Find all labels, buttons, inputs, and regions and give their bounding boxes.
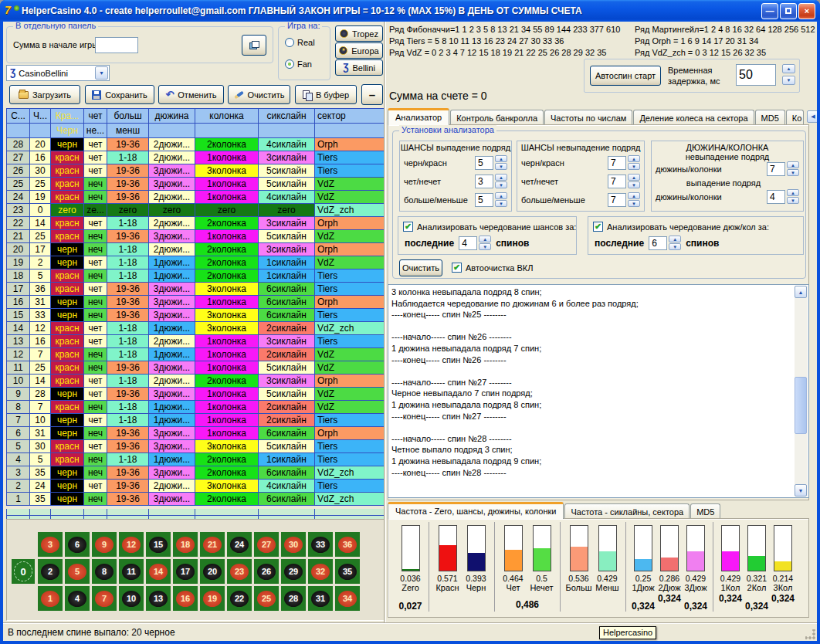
panel-icon [249,41,259,49]
tab-number-frequencies[interactable]: Частоты по числам [544,110,632,125]
spinner[interactable]: 7▲▼ [608,155,640,170]
roulette-number-8[interactable]: 8 [92,559,117,584]
roulette-number-23[interactable]: 23 [227,559,252,584]
scroll-down-icon[interactable]: ▼ [795,484,807,497]
roulette-number-1[interactable]: 1 [38,586,63,611]
chevron-down-icon[interactable]: ▼ [95,66,108,80]
checkbox-checked[interactable]: ✔ [403,222,413,232]
roulette-number-17[interactable]: 17 [173,559,198,584]
spinner[interactable]: 5▲▼ [475,155,507,170]
roulette-number-32[interactable]: 32 [308,559,333,584]
roulette-number-10[interactable]: 10 [119,586,144,611]
roulette-number-3[interactable]: 3 [38,532,63,557]
roulette-number-18[interactable]: 18 [173,532,198,557]
up-arrow-icon[interactable]: ▲ [782,64,795,73]
roulette-number-27[interactable]: 27 [254,532,279,557]
tab-wheel-sectors[interactable]: Деление колеса на сектора [633,110,754,125]
roulette-number-16[interactable]: 16 [173,586,198,611]
spinner[interactable]: 7▲▼ [608,192,640,207]
delay-stepper[interactable]: ▲ ▼ [782,64,795,85]
roulette-number-6[interactable]: 6 [65,532,90,557]
tropez-button[interactable]: Tropez [335,25,383,42]
log-scrollbar[interactable]: ▲ ▼ [795,286,808,497]
down-arrow-icon[interactable]: ▼ [782,76,795,85]
spinner[interactable]: 4▲▼ [767,189,799,204]
bellini-button[interactable]: ƷBellini [335,59,383,76]
radio-real[interactable]: Real [285,38,315,47]
analysis-log[interactable]: 3 колонка невыпадала подряд 8 спин; Набл… [388,284,809,498]
resize-grip[interactable] [805,629,815,639]
undo-button[interactable]: ↶Отменить [158,85,224,104]
scroll-thumb[interactable] [795,377,807,434]
empty-cell [315,509,385,516]
clear-button[interactable]: Очистить [228,85,290,104]
roulette-number-25[interactable]: 25 [254,586,279,611]
roulette-number-4[interactable]: 4 [65,586,90,611]
spinner[interactable]: 7▲▼ [608,174,640,188]
roulette-number-14[interactable]: 14 [146,559,171,584]
save-button[interactable]: Сохранить [85,85,154,104]
dozen-cell: 2дюжи... [149,217,195,230]
roulette-number-12[interactable]: 12 [119,532,144,557]
tab-bankroll[interactable]: Контроль банкролла [450,110,544,125]
roulette-number-30[interactable]: 30 [281,532,306,557]
load-button[interactable]: Загрузить [9,85,80,104]
roulette-number-31[interactable]: 31 [308,586,333,611]
roulette-number-24[interactable]: 24 [227,532,252,557]
roulette-zero-cell[interactable]: 0 [12,559,35,584]
sequence-vdz-zch: Ряд VdZ_zch = 0 3 12 15 26 32 35 [635,47,815,59]
spinner[interactable]: 6▲▼ [649,236,681,250]
roulette-number-33[interactable]: 33 [308,532,333,557]
roulette-number-26[interactable]: 26 [254,559,279,584]
start-sum-input[interactable] [95,37,138,53]
roulette-number-21[interactable]: 21 [200,532,225,557]
roulette-number-34[interactable]: 34 [335,586,360,611]
tab-analyzer[interactable]: Анализатор [388,108,449,125]
roulette-number-15[interactable]: 15 [146,532,171,557]
column-cell: 1колонка [195,427,259,440]
spinner[interactable]: 5▲▼ [475,192,507,207]
roulette-number-19[interactable]: 19 [200,586,225,611]
copy-to-clipboard-button[interactable]: В буфер [295,85,357,104]
roulette-number-29[interactable]: 29 [281,559,306,584]
titlebar[interactable]: 7 HelperCasino 4.0 - create helperroulle… [0,0,820,22]
roulette-number-20[interactable]: 20 [200,559,225,584]
parity-cell: чет [84,151,107,164]
checkbox-checked[interactable]: ✔ [593,222,603,232]
tab-freq-md5[interactable]: MD5 [690,503,720,519]
range-cell: 19-36 [107,493,149,506]
tab-md5[interactable]: MD5 [755,110,785,125]
roulette-number-2[interactable]: 2 [38,559,63,584]
delay-value[interactable]: 50 [736,64,776,86]
roulette-number-13[interactable]: 13 [146,586,171,611]
roulette-number-28[interactable]: 28 [281,586,306,611]
tab-freq-sixlines[interactable]: Частота - сиклайны, сектора [564,503,690,519]
spinner[interactable]: 7▲▼ [767,161,799,176]
autoclear-checkbox[interactable]: ✔ Автоочистка ВКЛ [452,263,533,273]
casino-select[interactable]: Ʒ CasinoBellini ▼ [6,65,110,81]
dozen-cell: 2дюжи... [149,191,195,204]
europa-button[interactable]: Europa [335,42,383,59]
spinner[interactable]: 4▲▼ [459,236,491,250]
scroll-up-icon[interactable]: ▲ [795,286,807,298]
tab-freq-main[interactable]: Частота - Zero, шансы, дюжины, колонки [388,502,564,519]
tab-scroll-left-icon[interactable]: ◀ [807,110,817,123]
detach-panel-button[interactable] [242,35,266,56]
analyzer-clear-button[interactable]: Очистить [399,259,442,276]
maximize-button[interactable] [780,3,797,19]
roulette-number-11[interactable]: 11 [119,559,144,584]
minimize-button[interactable]: — [761,3,778,19]
roulette-number-5[interactable]: 5 [65,559,90,584]
close-button[interactable]: × [798,3,815,19]
roulette-number-7[interactable]: 7 [92,586,117,611]
autospin-start-button[interactable]: Автоспин старт [590,66,661,86]
radio-fan[interactable]: Fan [285,59,312,69]
roulette-number-9[interactable]: 9 [92,532,117,557]
collapse-button[interactable]: – [361,84,383,105]
tab-more[interactable]: Ко [786,110,805,125]
parity-cell: неч [84,243,107,256]
roulette-number-36[interactable]: 36 [335,532,360,557]
roulette-number-35[interactable]: 35 [335,559,360,584]
roulette-number-22[interactable]: 22 [227,586,252,611]
spinner[interactable]: 3▲▼ [475,174,507,188]
